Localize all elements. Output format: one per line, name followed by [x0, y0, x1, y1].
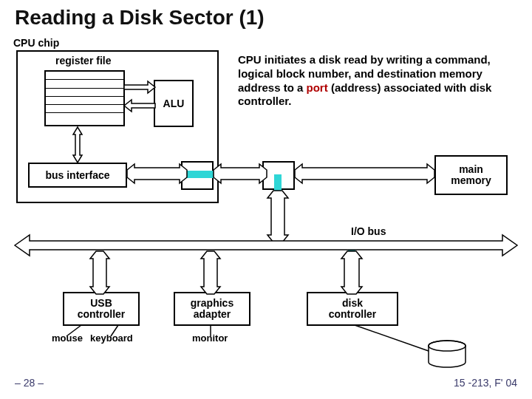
register-file-box	[44, 70, 125, 126]
bridge-box-2	[262, 161, 295, 190]
desc-port-word: port	[307, 81, 328, 94]
monitor-label: monitor	[192, 332, 228, 344]
mouse-label: mouse	[52, 332, 83, 344]
slide-title: Reading a Disk Sector (1)	[15, 6, 265, 30]
register-file-label: register file	[55, 55, 111, 66]
alu-box: ALU	[154, 80, 194, 127]
cpu-chip-label: CPU chip	[13, 37, 59, 49]
keyboard-label: keyboard	[90, 332, 133, 344]
usb-controller-box: USB controller	[63, 292, 140, 326]
svg-line-5	[355, 325, 429, 351]
bridge-box-1	[181, 161, 214, 190]
page-number: – 28 –	[15, 377, 44, 389]
bus-interface-box: bus interface	[28, 163, 127, 188]
main-memory-box: main memory	[434, 155, 508, 195]
disk-cylinder-icon	[427, 340, 467, 365]
graphics-adapter-box: graphics adapter	[174, 292, 250, 326]
disk-controller-box: disk controller	[307, 292, 398, 326]
description-text: CPU initiates a disk read by writing a c…	[238, 53, 519, 109]
io-bus-label: I/O bus	[351, 225, 386, 237]
course-id: 15 -213, F' 04	[454, 377, 517, 389]
